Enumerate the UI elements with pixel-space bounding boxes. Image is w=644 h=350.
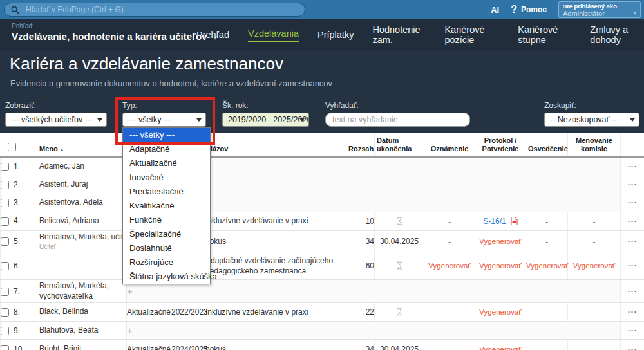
- menovanie-cell-value: -: [593, 217, 596, 225]
- oznamenie-cell-value: -: [448, 308, 451, 316]
- column-header-osvedcenie[interactable]: Osvedčenie: [526, 133, 568, 157]
- protokol-cell-generate-link[interactable]: Vygenerovať: [479, 262, 521, 270]
- tab-vzdel-vania[interactable]: Vzdelávania: [248, 28, 299, 42]
- row-actions-button[interactable]: ···: [628, 308, 638, 317]
- protokol-cell-generate-link[interactable]: Vygenerovať: [479, 345, 521, 350]
- osvedcenie-cell-value: -: [545, 308, 548, 316]
- select-all-checkbox[interactable]: [8, 143, 16, 151]
- row-select-cell: 3.: [1, 194, 37, 212]
- column-header-oznamenie[interactable]: Oznámenie: [424, 133, 475, 157]
- row-actions-button[interactable]: ···: [628, 345, 638, 350]
- typ-option[interactable]: Predatestačné: [123, 185, 210, 199]
- osvedcenie-cell-generate-link[interactable]: Vygenerovať: [526, 262, 568, 270]
- row-actions-button[interactable]: ···: [628, 261, 638, 270]
- column-header-protokol[interactable]: Protokol / Potvrdenie: [475, 133, 526, 157]
- zobrazit-select[interactable]: --- všetkých učiteľov ---: [5, 113, 107, 127]
- add-education-icon[interactable]: +: [127, 286, 133, 297]
- oznamenie-cell-generate-link[interactable]: Vygenerovať: [428, 262, 470, 270]
- rozsah-cell: 34: [346, 340, 375, 350]
- nazov-cell: Inkluzívne vzdelávanie v praxi: [205, 303, 346, 322]
- typ-option[interactable]: Adaptačné: [123, 142, 210, 156]
- row-actions-cell: ···: [621, 340, 644, 350]
- sk-rok-select[interactable]: 2019/2020 - 2025/2026: [222, 113, 309, 127]
- typ-option[interactable]: Štátna jazyková skúška: [123, 270, 210, 284]
- typ-option[interactable]: Dosiahnuté: [123, 241, 210, 255]
- help-button[interactable]: ? Pomoc: [511, 4, 547, 15]
- column-header-nazov[interactable]: Názov: [205, 133, 346, 157]
- column-header-rozsah[interactable]: Rozsah: [346, 133, 375, 157]
- osvedcenie-cell: -: [526, 230, 568, 252]
- column-header-meno[interactable]: Meno ▲: [37, 133, 127, 157]
- row-actions-button[interactable]: ···: [628, 162, 638, 171]
- employee-name-cell[interactable]: Bernátová, Markéta, učiteľkaUčiteľ: [37, 230, 127, 252]
- add-education-icon[interactable]: +: [127, 325, 133, 336]
- zoskupit-select[interactable]: -- Nezoskupovať --: [544, 113, 639, 127]
- oznamenie-cell: -: [424, 303, 475, 322]
- tab-kari-rov-stupne[interactable]: Kariérové stupne: [518, 24, 571, 46]
- chevron-down-icon: [630, 118, 635, 122]
- protokol-cell: Vygenerovať: [475, 303, 526, 322]
- protokol-cell-generate-link[interactable]: Vygenerovať: [479, 237, 521, 245]
- row-actions-button[interactable]: ···: [628, 217, 638, 226]
- page-header: Kariéra a vzdelávanie zamestnancov Evide…: [0, 51, 644, 133]
- typ-option[interactable]: Rozširujúce: [123, 255, 210, 270]
- search-input[interactable]: [24, 5, 298, 15]
- protokol-cell-document-link[interactable]: S-16/1: [483, 217, 506, 226]
- row-checkbox[interactable]: [1, 262, 9, 270]
- employee-name-cell[interactable]: Belicová, Adriana: [37, 212, 127, 230]
- menovanie-cell-generate-link[interactable]: Vygenerovať: [573, 262, 615, 270]
- global-search[interactable]: [4, 3, 305, 17]
- typ-option[interactable]: Kvalifikačné: [123, 199, 210, 213]
- row-checkbox[interactable]: [1, 199, 9, 207]
- row-actions-button[interactable]: ···: [628, 287, 638, 296]
- employee-name-cell[interactable]: Blahutová, Beáta: [37, 322, 127, 340]
- tab-preh-ad[interactable]: Prehľad: [196, 30, 229, 41]
- row-actions-button[interactable]: ···: [628, 198, 638, 207]
- typ-option[interactable]: Funkčné: [123, 213, 210, 227]
- table-header-row: Meno ▲ Názov Rozsah Dátum ukončenia Ozná…: [1, 133, 644, 157]
- employee-name-cell[interactable]: Asistent, Juraj: [37, 176, 127, 194]
- row-checkbox[interactable]: [1, 163, 9, 171]
- protokol-cell: Vygenerovať: [475, 252, 526, 280]
- ai-button[interactable]: AI: [491, 5, 499, 15]
- typ-option[interactable]: Aktualizačné: [123, 156, 210, 170]
- typ-dropdown: --- všetky ---AdaptačnéAktualizačnéInova…: [122, 127, 211, 284]
- pdf-icon[interactable]: [511, 217, 518, 225]
- tab-pr-platky[interactable]: Príplatky: [317, 30, 354, 41]
- employee-role: Učiteľ: [37, 243, 126, 252]
- row-checkbox[interactable]: [1, 217, 9, 226]
- employee-name-cell[interactable]: Black, Belinda: [37, 303, 127, 322]
- row-checkbox[interactable]: [1, 181, 9, 189]
- protokol-cell: Vygenerovať: [475, 230, 526, 252]
- employee-name-cell[interactable]: Adamec, Ján: [37, 157, 127, 176]
- row-checkbox[interactable]: [1, 308, 9, 317]
- typ-cell: Aktualizačné: [127, 340, 171, 350]
- row-actions-button[interactable]: ···: [628, 180, 638, 189]
- employee-name-cell[interactable]: Bright, Brigit: [37, 340, 127, 350]
- typ-option[interactable]: --- všetky ---: [123, 128, 210, 142]
- typ-option[interactable]: Špecializačné: [123, 227, 210, 241]
- datum-cell: [375, 303, 424, 322]
- tab-kari-rov-poz-cie[interactable]: Kariérové pozície: [444, 24, 499, 46]
- rozsah-cell: 22: [346, 303, 375, 322]
- row-actions-button[interactable]: ···: [628, 326, 638, 335]
- datum-cell-value: 30.04.2025: [380, 237, 419, 246]
- typ-option[interactable]: Inovačné: [123, 170, 210, 185]
- row-checkbox[interactable]: [1, 288, 9, 296]
- search-table-input[interactable]: [325, 113, 470, 127]
- employee-name-cell[interactable]: Asistentová, Adela: [37, 194, 127, 212]
- row-checkbox[interactable]: [1, 237, 9, 246]
- protokol-cell-generate-link[interactable]: Vygenerovať: [479, 308, 521, 316]
- employee-name-cell[interactable]: [37, 252, 127, 280]
- row-checkbox[interactable]: [1, 345, 9, 350]
- view-selector[interactable]: Pohľad: Vzdelávanie, hodnotenie a kariér…: [12, 23, 217, 42]
- tab-hodnotenie-zam-[interactable]: Hodnotenie zam.: [372, 24, 426, 46]
- row-checkbox[interactable]: [1, 327, 9, 335]
- employee-name-cell[interactable]: Bernátová, Markéta, vychovávateľka: [37, 280, 127, 303]
- column-header-menovanie[interactable]: Menovanie komisie: [568, 133, 621, 157]
- typ-select[interactable]: --- všetky ---: [122, 113, 206, 127]
- logged-in-user-menu[interactable]: Ste prihlásený ako Administrátor ▾: [558, 1, 641, 18]
- row-actions-button[interactable]: ···: [628, 237, 638, 246]
- tab-zmluvy-a-dohody[interactable]: Zmluvy a dohody: [590, 24, 644, 46]
- column-header-datum[interactable]: Dátum ukončenia: [375, 133, 424, 157]
